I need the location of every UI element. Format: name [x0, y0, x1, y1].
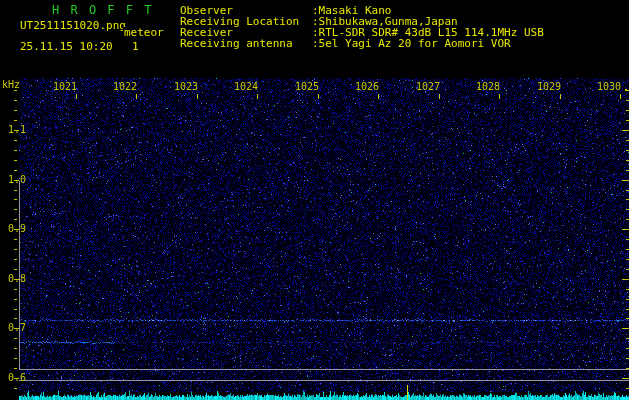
- x-tick: [560, 94, 561, 99]
- y-major-tick-left: [14, 279, 19, 280]
- y-minor-tick-left: [14, 160, 17, 161]
- y-minor-tick-left: [14, 338, 17, 339]
- x-tick: [136, 94, 137, 99]
- x-tick: [439, 94, 440, 99]
- y-major-tick-right: [622, 279, 629, 280]
- x-tick: [257, 94, 258, 99]
- x-tick-label: 1027: [414, 82, 440, 92]
- y-major-tick-left: [14, 229, 19, 230]
- field-value-antenna: :5el Yagi Az 20 for Aomori VOR: [312, 38, 511, 49]
- field-label-antenna: Receiving antenna: [180, 38, 293, 49]
- y-major-tick-right: [622, 229, 629, 230]
- axis-layer: 1.11.00.90.80.70.61021102210231024102510…: [0, 0, 629, 400]
- y-minor-tick-left: [14, 110, 17, 111]
- x-tick: [76, 94, 77, 99]
- x-tick-label: 1021: [51, 82, 77, 92]
- y-minor-tick-left: [14, 318, 17, 319]
- y-minor-tick-left: [14, 190, 17, 191]
- x-tick-label: 1025: [293, 82, 319, 92]
- y-major-tick-left: [14, 180, 19, 181]
- y-minor-tick-left: [14, 249, 17, 250]
- y-minor-tick-left: [14, 150, 17, 151]
- hrofft-output-screen: 1.11.00.90.80.70.61021102210231024102510…: [0, 0, 629, 400]
- y-minor-tick-left: [14, 120, 17, 121]
- y-minor-tick-left: [14, 299, 17, 300]
- y-minor-tick-left: [14, 269, 17, 270]
- x-tick: [318, 94, 319, 99]
- y-minor-tick-left: [14, 309, 17, 310]
- x-tick: [378, 94, 379, 99]
- y-major-tick-right: [622, 378, 629, 379]
- y-minor-tick-left: [14, 388, 17, 389]
- x-tick-label: 1030: [595, 82, 621, 92]
- x-tick-label: 1023: [172, 82, 198, 92]
- y-minor-tick-left: [14, 219, 17, 220]
- y-minor-tick-left: [14, 90, 17, 91]
- y-axis-unit-label: kHz: [2, 80, 20, 90]
- x-tick: [620, 94, 621, 99]
- y-minor-tick-left: [14, 358, 17, 359]
- y-minor-tick-left: [14, 348, 17, 349]
- y-minor-tick-left: [14, 259, 17, 260]
- y-minor-tick-left: [14, 239, 17, 240]
- y-minor-tick-left: [14, 100, 17, 101]
- x-tick-label: 1026: [353, 82, 379, 92]
- x-edge-tick: [625, 89, 627, 91]
- y-minor-tick-left: [14, 289, 17, 290]
- y-major-tick-right: [622, 328, 629, 329]
- header-field-row: Receiving antenna :5el Yagi Az 20 for Ao…: [0, 38, 629, 49]
- y-major-tick-right: [622, 130, 629, 131]
- y-minor-tick-left: [14, 209, 17, 210]
- x-tick-label: 1029: [535, 82, 561, 92]
- y-major-tick-left: [14, 130, 19, 131]
- x-tick-label: 1028: [474, 82, 500, 92]
- y-minor-tick-left: [14, 368, 17, 369]
- x-tick: [197, 94, 198, 99]
- x-tick-label: 1022: [111, 82, 137, 92]
- x-tick: [499, 94, 500, 99]
- y-major-tick-right: [622, 180, 629, 181]
- y-minor-tick-left: [14, 199, 17, 200]
- x-tick-label: 1024: [232, 82, 258, 92]
- y-minor-tick-left: [14, 140, 17, 141]
- y-major-tick-left: [14, 328, 19, 329]
- y-major-tick-left: [14, 378, 19, 379]
- y-minor-tick-left: [14, 170, 17, 171]
